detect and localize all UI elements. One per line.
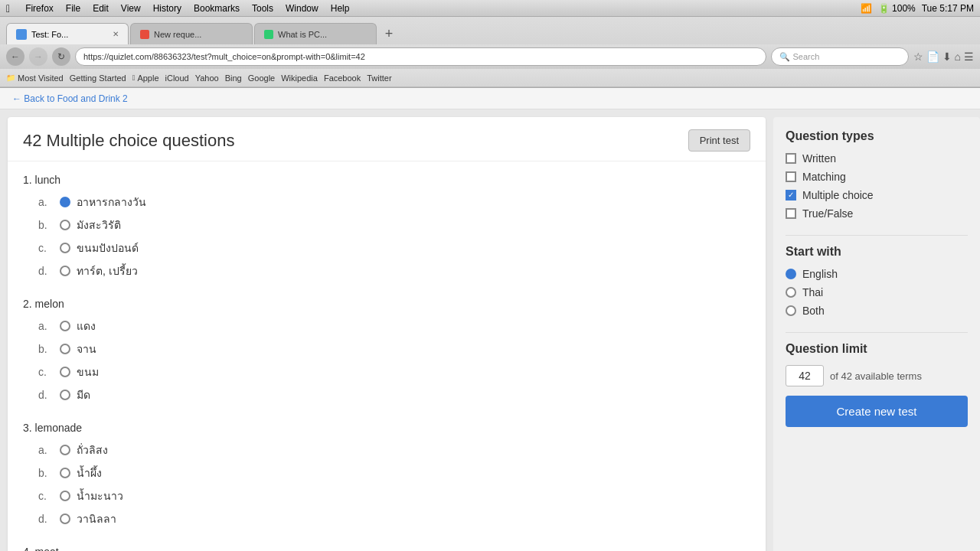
tab-favicon bbox=[16, 29, 27, 40]
start-thai[interactable]: Thai bbox=[786, 286, 968, 298]
answer-1c[interactable]: c. ขนมปังปอนด์ bbox=[38, 240, 750, 256]
answer-radio-1c[interactable] bbox=[60, 243, 70, 253]
apple-bookmark-icon:  bbox=[132, 73, 136, 82]
bookmark-getting-started[interactable]: Getting Started bbox=[70, 73, 126, 83]
create-new-test-button[interactable]: Create new test bbox=[786, 396, 968, 427]
answer-radio-3c[interactable] bbox=[60, 491, 70, 501]
nav-bar: ← → ↻ https://quizlet.com/88636323/test?… bbox=[0, 44, 980, 69]
refresh-button[interactable]: ↻ bbox=[52, 47, 70, 66]
answer-3b[interactable]: b. น้ำผึ้ง bbox=[38, 465, 750, 481]
answer-radio-1b[interactable] bbox=[60, 220, 70, 230]
answer-radio-1d[interactable] bbox=[60, 266, 70, 276]
question-number-2: 2. bbox=[23, 298, 32, 310]
bookmark-wikipedia[interactable]: Wikipedia bbox=[281, 73, 318, 83]
answer-letter-2c: c. bbox=[38, 366, 54, 378]
checkbox-multiple-choice[interactable] bbox=[786, 190, 796, 201]
menubar-edit[interactable]: Edit bbox=[93, 3, 109, 14]
question-text-3: lemonade bbox=[35, 422, 83, 434]
answer-letter-3d: d. bbox=[38, 513, 54, 525]
question-limit-suffix: of 42 available terms bbox=[830, 370, 922, 382]
answer-2b[interactable]: b. จาน bbox=[38, 341, 750, 357]
answer-2d[interactable]: d. มีด bbox=[38, 386, 750, 403]
answer-radio-3b[interactable] bbox=[60, 468, 70, 478]
browser-search[interactable]: 🔍 Search bbox=[771, 47, 909, 66]
answer-1d[interactable]: d. ทาร์ต, เปรี้ยว bbox=[38, 262, 750, 279]
answer-3d[interactable]: d. วานิลลา bbox=[38, 510, 750, 527]
type-true-false[interactable]: True/False bbox=[786, 207, 968, 220]
bookmark-most-visited[interactable]: 📁 Most Visited bbox=[6, 73, 64, 83]
forward-button[interactable]: → bbox=[29, 47, 47, 66]
answer-letter-3b: b. bbox=[38, 467, 54, 479]
home-icon[interactable]: ⌂ bbox=[955, 51, 961, 63]
tab-close-btn[interactable]: ✕ bbox=[113, 30, 119, 38]
bookmark-twitter[interactable]: Twitter bbox=[367, 73, 391, 83]
download-icon[interactable]: ⬇ bbox=[942, 51, 952, 63]
tab-gmail[interactable]: New reque... bbox=[130, 23, 253, 44]
start-english[interactable]: English bbox=[786, 268, 968, 280]
menubar-history[interactable]: History bbox=[153, 3, 181, 14]
answer-radio-2b[interactable] bbox=[60, 344, 70, 354]
answer-3a[interactable]: a. ถั่วลิสง bbox=[38, 442, 750, 458]
bookmark-google[interactable]: Google bbox=[248, 73, 275, 83]
answer-letter-3c: c. bbox=[38, 490, 54, 502]
bookmark-icloud[interactable]: iCloud bbox=[165, 73, 189, 83]
answer-radio-1a[interactable] bbox=[60, 197, 70, 207]
reader-icon[interactable]: 📄 bbox=[926, 51, 939, 63]
menubar-firefox[interactable]: Firefox bbox=[25, 3, 54, 14]
type-multiple-choice[interactable]: Multiple choice bbox=[786, 189, 968, 201]
menu-icon[interactable]: ☰ bbox=[964, 51, 974, 63]
new-tab-button[interactable]: + bbox=[378, 23, 400, 44]
bookmark-bing[interactable]: Bing bbox=[225, 73, 242, 83]
back-bar[interactable]: ← Back to Food and Drink 2 bbox=[0, 88, 980, 109]
divider-1 bbox=[786, 235, 968, 236]
checkbox-written[interactable] bbox=[786, 153, 796, 164]
bookmark-star-icon[interactable]: ☆ bbox=[913, 51, 923, 63]
answer-1a[interactable]: a. อาหารกลางวัน bbox=[38, 194, 750, 210]
type-matching[interactable]: Matching bbox=[786, 171, 968, 183]
answer-radio-2d[interactable] bbox=[60, 390, 70, 400]
radio-both[interactable] bbox=[786, 305, 796, 316]
print-test-button[interactable]: Print test bbox=[688, 129, 750, 152]
answer-2a[interactable]: a. แดง bbox=[38, 318, 750, 334]
answer-text-1a: อาหารกลางวัน bbox=[77, 194, 146, 210]
menubar-window[interactable]: Window bbox=[286, 3, 318, 14]
question-limit-row: of 42 available terms bbox=[786, 365, 968, 386]
type-written[interactable]: Written bbox=[786, 152, 968, 165]
menubar-tools[interactable]: Tools bbox=[252, 3, 273, 14]
search-placeholder: Search bbox=[793, 52, 820, 61]
url-bar[interactable]: https://quizlet.com/88636323/test?mult_c… bbox=[75, 47, 766, 66]
answer-radio-2c[interactable] bbox=[60, 367, 70, 377]
main-content-area: 42 Multiple choice questions Print test … bbox=[0, 109, 980, 551]
question-limit-input[interactable] bbox=[786, 365, 824, 386]
answer-radio-3d[interactable] bbox=[60, 514, 70, 524]
start-both[interactable]: Both bbox=[786, 305, 968, 317]
radio-english[interactable] bbox=[786, 269, 796, 279]
answer-radio-2a[interactable] bbox=[60, 321, 70, 331]
bookmark-apple[interactable]:  Apple bbox=[132, 73, 159, 83]
bookmark-yahoo[interactable]: Yahoo bbox=[195, 73, 219, 83]
bookmark-facebook[interactable]: Facebook bbox=[324, 73, 361, 83]
answer-list-2: a. แดง b. จาน c. ขนม bbox=[23, 318, 750, 403]
checkbox-matching[interactable] bbox=[786, 171, 796, 182]
tab-label-3: What is PC... bbox=[278, 30, 327, 39]
menubar-view[interactable]: View bbox=[121, 3, 141, 14]
menubar-bookmarks[interactable]: Bookmarks bbox=[194, 3, 240, 14]
menubar-file[interactable]: File bbox=[66, 3, 80, 14]
answer-radio-3a[interactable] bbox=[60, 445, 70, 455]
tab-active[interactable]: Test: Fo... ✕ bbox=[6, 23, 129, 44]
answer-1b[interactable]: b. มังสะวิรัติ bbox=[38, 217, 750, 233]
nav-icons: ☆ 📄 ⬇ ⌂ ☰ bbox=[913, 51, 974, 63]
tab-3[interactable]: What is PC... bbox=[254, 23, 377, 44]
answer-letter-1a: a. bbox=[38, 196, 54, 208]
question-label-1: 1. lunch bbox=[23, 174, 750, 186]
answer-2c[interactable]: c. ขนม bbox=[38, 364, 750, 380]
answer-3c[interactable]: c. น้ำมะนาว bbox=[38, 487, 750, 504]
answer-text-1d: ทาร์ต, เปรี้ยว bbox=[77, 262, 138, 279]
start-with-section: Start with English Thai Both bbox=[786, 245, 968, 317]
back-button[interactable]: ← bbox=[6, 47, 24, 66]
menubar-help[interactable]: Help bbox=[331, 3, 350, 14]
radio-thai[interactable] bbox=[786, 287, 796, 298]
checkbox-true-false[interactable] bbox=[786, 208, 796, 219]
apple-menu[interactable]:  bbox=[6, 2, 10, 15]
answer-text-2b: จาน bbox=[77, 341, 96, 357]
